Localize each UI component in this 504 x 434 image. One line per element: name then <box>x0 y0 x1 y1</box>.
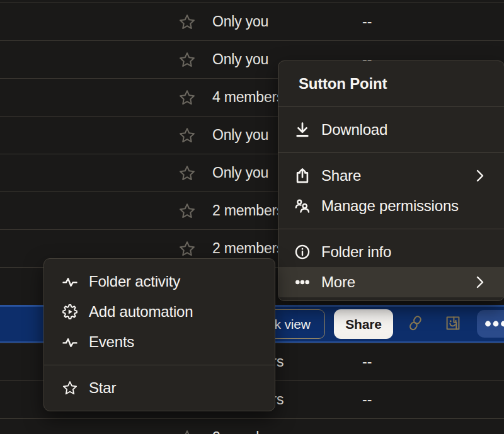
menu-item-label: Folder activity <box>89 273 180 290</box>
star-icon[interactable] <box>178 127 196 144</box>
share-icon <box>294 168 311 184</box>
chevron-right-icon <box>476 169 484 182</box>
row-modified-cell: -- <box>362 343 372 380</box>
dots-icon <box>294 274 311 290</box>
menu-divider <box>278 106 504 107</box>
row-access-cell: 2 members <box>212 192 284 229</box>
row-access-cell: 4 members <box>212 79 284 116</box>
dropbox-file-browser: Only you--Only you--4 members--Only you-… <box>0 0 504 434</box>
row-access-cell: Only you <box>212 154 268 191</box>
star-icon[interactable] <box>178 202 196 220</box>
star-icon <box>62 380 78 396</box>
activity-icon <box>62 273 78 290</box>
menu-item-label: Manage permissions <box>321 197 459 215</box>
more-submenu: Folder activityAdd automationEventsStar <box>43 258 275 411</box>
menu-item-label: Star <box>89 379 116 397</box>
row-access-cell: Only you <box>212 117 268 154</box>
menu-item-manage-permissions[interactable]: Manage permissions <box>278 191 504 221</box>
menu-item-star[interactable]: Star <box>44 373 275 403</box>
row-access-cell: Only you <box>212 41 268 78</box>
app-face-icon[interactable] <box>445 316 461 331</box>
menu-item-download[interactable]: Download <box>278 115 504 145</box>
star-icon[interactable] <box>178 51 196 69</box>
file-row[interactable]: Only you-- <box>0 3 504 40</box>
copy-link-icon[interactable] <box>408 314 422 332</box>
row-access-cell: 2 members <box>212 419 284 434</box>
menu-item-more[interactable]: More <box>278 267 504 297</box>
file-row[interactable]: 2 members-- <box>0 418 504 434</box>
row-access-cell: Only you <box>212 3 268 40</box>
menu-divider <box>278 229 504 229</box>
download-icon <box>294 122 311 138</box>
menu-item-label: More <box>321 273 355 291</box>
chevron-right-icon <box>476 276 484 288</box>
menu-item-label: Folder info <box>321 243 391 261</box>
star-icon[interactable] <box>178 429 196 434</box>
row-modified-cell: -- <box>362 381 372 418</box>
info-icon <box>294 244 311 260</box>
menu-item-label: Download <box>321 121 387 139</box>
menu-item-events[interactable]: Events <box>44 327 275 357</box>
automation-icon <box>62 304 78 320</box>
people-icon <box>294 198 311 214</box>
share-button[interactable]: Share <box>334 309 393 339</box>
star-icon[interactable] <box>178 240 196 258</box>
menu-item-folder-info[interactable]: Folder info <box>278 237 504 267</box>
menu-divider <box>278 152 504 153</box>
star-icon[interactable] <box>178 164 196 182</box>
activity-icon <box>62 334 78 350</box>
row-modified-cell: -- <box>362 419 372 434</box>
star-icon[interactable] <box>178 89 196 106</box>
row-modified-cell: -- <box>362 3 372 40</box>
menu-item-label: Share <box>321 167 361 185</box>
folder-context-menu: Sutton Point DownloadShareManage permiss… <box>278 60 504 301</box>
context-menu-title: Sutton Point <box>278 69 504 99</box>
menu-item-folder-activity[interactable]: Folder activity <box>44 266 275 297</box>
menu-item-share[interactable]: Share <box>278 161 504 191</box>
row-more-actions-button[interactable] <box>477 310 504 338</box>
menu-divider <box>44 365 275 365</box>
menu-item-label: Add automation <box>89 303 193 321</box>
menu-item-add-automation[interactable]: Add automation <box>44 297 275 327</box>
star-icon[interactable] <box>178 13 196 31</box>
menu-item-label: Events <box>89 333 134 351</box>
ellipsis-icon <box>481 318 504 329</box>
